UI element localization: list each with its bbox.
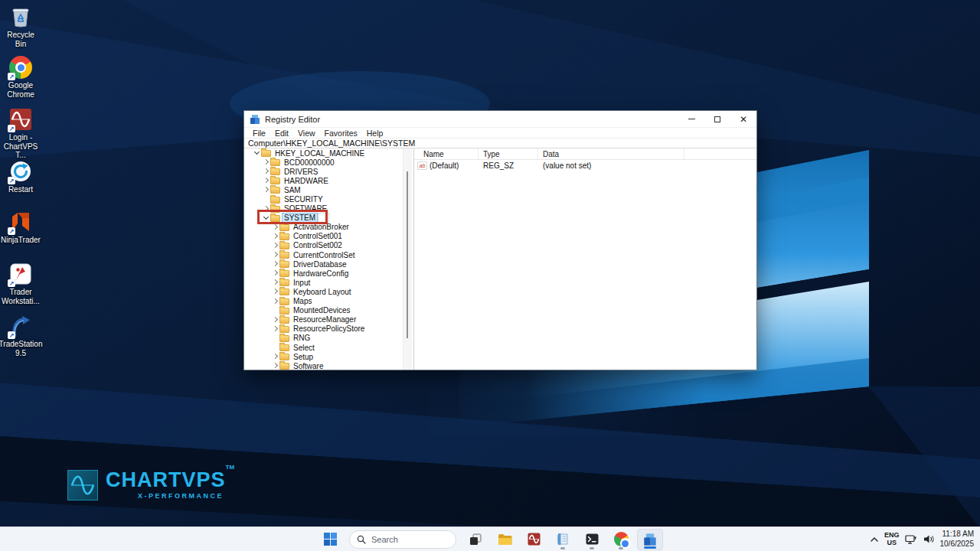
shortcut-arrow-icon: ↗ xyxy=(8,177,15,184)
tree-item[interactable]: ResourceManager xyxy=(244,315,403,324)
chevron-right-icon[interactable] xyxy=(263,159,270,166)
chevron-right-icon[interactable] xyxy=(272,270,279,277)
chevron-right-icon[interactable] xyxy=(272,289,279,295)
chevron-right-icon[interactable] xyxy=(272,325,279,332)
clock[interactable]: 11:18 AM 10/6/2025 xyxy=(940,530,978,549)
chevron-right-icon[interactable] xyxy=(263,178,270,184)
tree-item[interactable]: ResourcePolicyStore xyxy=(244,324,403,334)
desktop-icon-trader-workstation[interactable]: ↗ Trader Workstati... xyxy=(1,262,41,305)
trademark-symbol: TM xyxy=(226,464,235,471)
shortcut-arrow-icon: ↗ xyxy=(8,227,15,235)
tree-item[interactable]: HARDWARE xyxy=(244,176,403,185)
tree-item-label: HardwareConfig xyxy=(292,269,350,278)
address-bar[interactable]: Computer\HKEY_LOCAL_MACHINE\SYSTEM xyxy=(244,139,756,148)
chevron-right-icon[interactable] xyxy=(272,242,279,249)
tree-item-label: DriverDatabase xyxy=(292,260,348,269)
chevron-right-icon[interactable] xyxy=(272,279,279,286)
taskbar-notepad-button[interactable] xyxy=(550,529,576,550)
tree-item[interactable]: Software xyxy=(244,361,403,370)
tree-item[interactable]: RNG xyxy=(244,334,403,343)
tree-item[interactable]: Setup xyxy=(244,352,403,361)
folder-icon xyxy=(279,335,289,342)
menu-item[interactable]: Favorites xyxy=(320,129,362,138)
notepad-icon xyxy=(557,533,569,546)
search-box[interactable]: Search xyxy=(349,530,456,549)
chevron-right-icon[interactable] xyxy=(272,252,279,259)
network-icon[interactable] xyxy=(905,534,918,545)
desktop-icon-tradestation[interactable]: ↗ TradeStation 9.5 xyxy=(1,314,41,357)
chevron-right-icon[interactable] xyxy=(272,261,279,268)
icon-label: Trader xyxy=(9,288,31,296)
menu-item[interactable]: Help xyxy=(362,129,388,138)
desktop-icon-login-chartvps[interactable]: ↗ Login - ChartVPS T... xyxy=(1,107,41,160)
chevron-down-icon[interactable] xyxy=(253,150,260,157)
chevron-right-icon[interactable] xyxy=(272,363,279,370)
folder-icon xyxy=(270,197,280,204)
tree-item[interactable]: Input xyxy=(244,278,403,287)
menu-item[interactable]: File xyxy=(248,129,270,138)
windows-logo-icon xyxy=(324,533,337,546)
shortcut-arrow-icon: ↗ xyxy=(8,125,15,132)
icon-label: NinjaTrader xyxy=(1,236,41,244)
desktop-icon-restart[interactable]: ↗ Restart xyxy=(1,159,41,194)
minimize-button[interactable] xyxy=(678,111,704,127)
tree-item[interactable]: ControlSet002 xyxy=(244,241,403,250)
tray-show-hidden-icons-chevron[interactable] xyxy=(870,536,879,543)
column-header-type[interactable]: Type xyxy=(479,148,538,159)
value-data-cell: (value not set) xyxy=(538,161,684,170)
folder-icon xyxy=(279,308,289,315)
tree-item[interactable]: DriverDatabase xyxy=(244,259,403,269)
volume-icon[interactable] xyxy=(923,534,935,544)
maximize-button[interactable] xyxy=(704,111,730,127)
menu-bar: FileEditViewFavoritesHelp xyxy=(244,128,756,139)
tree-scrollbar-thumb[interactable] xyxy=(407,171,408,338)
tree-item[interactable]: SAM xyxy=(244,185,403,194)
icon-label: Google xyxy=(8,81,33,90)
column-header-data[interactable]: Data xyxy=(538,148,684,159)
taskbar-file-explorer-button[interactable] xyxy=(492,529,518,550)
start-button[interactable] xyxy=(317,529,343,550)
chevron-right-icon[interactable] xyxy=(263,187,270,194)
tree-item[interactable]: BCD00000000 xyxy=(244,158,403,167)
chevron-right-icon[interactable] xyxy=(272,298,279,305)
tree-item[interactable]: Maps xyxy=(244,297,403,306)
folder-icon xyxy=(279,298,289,305)
close-button[interactable]: ✕ xyxy=(730,111,756,127)
chevron-right-icon[interactable] xyxy=(272,233,279,240)
chevron-right-icon[interactable] xyxy=(272,316,279,323)
taskbar-registry-editor-button[interactable] xyxy=(637,529,663,550)
taskbar-terminal-button[interactable] xyxy=(579,529,605,550)
search-icon xyxy=(357,535,366,544)
language-indicator[interactable]: ENG US xyxy=(884,532,900,547)
icon-label: Restart xyxy=(8,185,33,194)
list-rows: ab(Default) REG_SZ (value not set) xyxy=(414,160,756,171)
tree-item[interactable]: Select xyxy=(244,343,403,352)
desktop-icon-ninjatrader[interactable]: ↗ NinjaTrader xyxy=(1,210,41,245)
value-row[interactable]: ab(Default) REG_SZ (value not set) xyxy=(414,160,756,171)
desktop-icon-google-chrome[interactable]: ↗ Google Chrome xyxy=(1,55,41,99)
menu-item[interactable]: Edit xyxy=(270,129,293,138)
tree-item[interactable]: HKEY_LOCAL_MACHINE xyxy=(244,148,403,158)
tree-item[interactable]: CurrentControlSet xyxy=(244,250,403,259)
taskbar-chrome-button[interactable] xyxy=(608,529,634,550)
tree-item[interactable]: SECURITY xyxy=(244,194,403,204)
tree-item-label: Keyboard Layout xyxy=(292,288,353,296)
chevron-right-icon[interactable] xyxy=(272,354,279,360)
taskbar-task-view-button[interactable] xyxy=(462,529,488,550)
task-view-icon xyxy=(469,533,482,546)
folder-icon xyxy=(279,224,289,231)
tree-item[interactable]: MountedDevices xyxy=(244,306,403,315)
chevron-right-icon[interactable] xyxy=(263,168,270,175)
desktop-icon-recycle-bin[interactable]: Recycle Bin xyxy=(1,5,41,48)
tree-item[interactable]: HardwareConfig xyxy=(244,269,403,278)
chevron-right-icon[interactable] xyxy=(272,223,279,230)
window-titlebar[interactable]: Registry Editor ✕ xyxy=(244,111,756,128)
menu-item[interactable]: View xyxy=(293,129,320,138)
column-header-name[interactable]: Name xyxy=(414,148,479,159)
tree-item[interactable]: ControlSet001 xyxy=(244,232,403,241)
chrome-icon: ↗ xyxy=(8,55,33,80)
tree-scrollbar[interactable] xyxy=(403,148,412,370)
tree-item[interactable]: Keyboard Layout xyxy=(244,287,403,296)
taskbar-chartvps-button[interactable] xyxy=(521,529,547,550)
tree-item[interactable]: DRIVERS xyxy=(244,167,403,176)
